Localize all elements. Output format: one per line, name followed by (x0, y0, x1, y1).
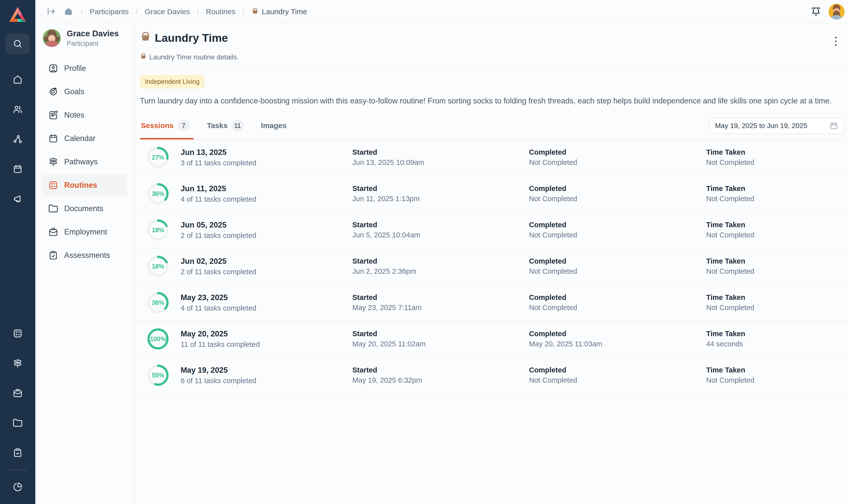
session-row[interactable]: 27%Jun 13, 20253 of 11 tasks completedSt… (134, 140, 849, 176)
session-progress-label: 36% (147, 183, 169, 204)
session-row[interactable]: 55%May 19, 20256 of 11 tasks completedSt… (134, 357, 849, 394)
more-options-button[interactable] (833, 33, 839, 49)
tab-sessions[interactable]: Sessions7 (140, 116, 196, 139)
app-logo (7, 5, 28, 24)
network-rail-button[interactable] (6, 129, 30, 150)
breadcrumb-separator: / (136, 7, 138, 16)
session-row[interactable]: 18%Jun 05, 20252 of 11 tasks completedSt… (134, 212, 849, 248)
documents-rail-button[interactable] (6, 413, 30, 433)
completed-value: Not Completed (529, 158, 706, 167)
calendar-rail-button[interactable] (6, 159, 30, 180)
breadcrumb-separator: / (242, 7, 244, 16)
completed-value: Not Completed (529, 231, 706, 239)
reports-icon (13, 482, 23, 492)
breadcrumb-separator: / (81, 7, 83, 16)
sidebar-item-label: Employment (64, 228, 107, 236)
session-task-summary: 11 of 11 tasks completed (181, 340, 352, 348)
employment-rail-button[interactable] (6, 383, 30, 403)
session-task-summary: 2 of 11 tasks completed (181, 232, 352, 240)
sidebar-item-calendar[interactable]: Calendar (42, 128, 127, 149)
session-task-summary: 2 of 11 tasks completed (181, 268, 352, 276)
session-row[interactable]: 36%Jun 11, 20254 of 11 tasks completedSt… (134, 176, 849, 212)
assessments-icon (13, 448, 23, 458)
sidebar-item-notes[interactable]: Notes (42, 104, 127, 126)
home-rail-button[interactable] (6, 69, 30, 90)
started-value: May 23, 2025 7:11am (352, 304, 529, 312)
sidebar-item-label: Goals (64, 87, 84, 96)
started-column-label: Started (352, 293, 529, 302)
page-title: Laundry Time (140, 31, 228, 45)
session-row[interactable]: 100%May 20, 202511 of 11 tasks completed… (134, 321, 849, 357)
session-task-summary: 4 of 11 tasks completed (181, 304, 352, 312)
started-value: Jun 13, 2025 10:09am (352, 158, 529, 167)
time-taken-column-label: Time Taken (706, 148, 839, 157)
breadcrumb-separator: / (197, 7, 199, 16)
sidebar-collapse-button[interactable] (46, 6, 56, 17)
tab-tasks[interactable]: Tasks11 (206, 116, 250, 139)
notifications-button[interactable] (811, 6, 821, 17)
tab-label: Images (261, 121, 287, 130)
session-progress-ring: 55% (147, 364, 169, 386)
sidebar-item-goals[interactable]: Goals (42, 81, 127, 103)
completed-column-label: Completed (529, 148, 706, 157)
sidebar-item-assessments[interactable]: Assessments (42, 245, 127, 266)
breadcrumb-home-button[interactable] (64, 7, 73, 17)
tab-images[interactable]: Images (260, 116, 293, 139)
rail-divider (9, 470, 27, 470)
sidebar-collapse-icon (46, 6, 56, 17)
employment-icon (13, 388, 23, 398)
breadcrumb-item[interactable]: Grace Davies (144, 7, 190, 16)
sidebar-item-profile[interactable]: Profile (42, 57, 127, 79)
time-taken-column-label: Time Taken (706, 293, 839, 302)
breadcrumb-item[interactable]: Laundry Time (251, 7, 307, 16)
routines-icon (13, 328, 23, 338)
session-date: May 23, 2025 (181, 293, 352, 302)
session-progress-label: 18% (147, 219, 169, 241)
routines-rail-button[interactable] (6, 323, 30, 344)
session-date: May 20, 2025 (181, 329, 352, 338)
search-button[interactable] (6, 33, 30, 54)
signpost-icon (13, 358, 23, 368)
started-column-label: Started (352, 257, 529, 265)
rail-top-icons (0, 24, 35, 209)
announcements-icon (13, 194, 23, 204)
participants-rail-button[interactable] (6, 99, 30, 120)
time-taken-column-label: Time Taken (706, 257, 839, 265)
started-value: Jun 11, 2025 1:13pm (352, 195, 529, 203)
participants-icon (13, 104, 23, 114)
sidebar-item-pathways[interactable]: Pathways (42, 151, 127, 173)
session-row[interactable]: 18%Jun 02, 20252 of 11 tasks completedSt… (134, 248, 849, 285)
participant-avatar (43, 29, 61, 47)
participant-card: Grace Davies Participant (42, 29, 127, 57)
date-range-value: May 19, 2025 to Jun 19, 2025 (715, 122, 808, 130)
participant-name: Grace Davies (67, 29, 119, 38)
user-avatar[interactable] (829, 4, 845, 20)
completed-value: Not Completed (529, 376, 706, 384)
announcements-rail-button[interactable] (6, 188, 30, 209)
completed-value: Not Completed (529, 195, 706, 203)
sidebar-item-label: Profile (64, 64, 86, 73)
sidebar-item-employment[interactable]: Employment (42, 221, 127, 243)
sessions-list: 27%Jun 13, 20253 of 11 tasks completedSt… (134, 140, 849, 394)
calendar-icon (13, 164, 23, 174)
sidebar-item-label: Assessments (64, 251, 110, 260)
session-row[interactable]: 36%May 23, 20254 of 11 tasks completedSt… (134, 285, 849, 321)
sidebar-item-label: Notes (64, 111, 84, 120)
sidebar-item-documents[interactable]: Documents (42, 198, 127, 219)
breadcrumb-item[interactable]: Participants (90, 7, 129, 16)
assessments-rail-button[interactable] (6, 442, 30, 463)
completed-value: May 20, 2025 11:03am (529, 340, 706, 348)
breadcrumb-item[interactable]: Routines (206, 7, 236, 16)
participant-sidebar: Grace Davies Participant ProfileGoalsNot… (35, 24, 134, 504)
home-icon (13, 75, 23, 85)
reports-rail-button[interactable] (6, 476, 30, 498)
signpost-rail-button[interactable] (6, 353, 30, 374)
date-range-picker[interactable]: May 19, 2025 to Jun 19, 2025 (709, 118, 844, 134)
session-progress-ring: 18% (147, 219, 169, 241)
time-taken-column-label: Time Taken (706, 330, 839, 338)
started-value: Jun 2, 2025 2:36pm (352, 267, 529, 275)
sidebar-item-label: Calendar (64, 134, 96, 143)
session-progress-label: 18% (147, 256, 169, 277)
started-column-label: Started (352, 366, 529, 374)
sidebar-item-routines[interactable]: Routines (42, 174, 127, 196)
